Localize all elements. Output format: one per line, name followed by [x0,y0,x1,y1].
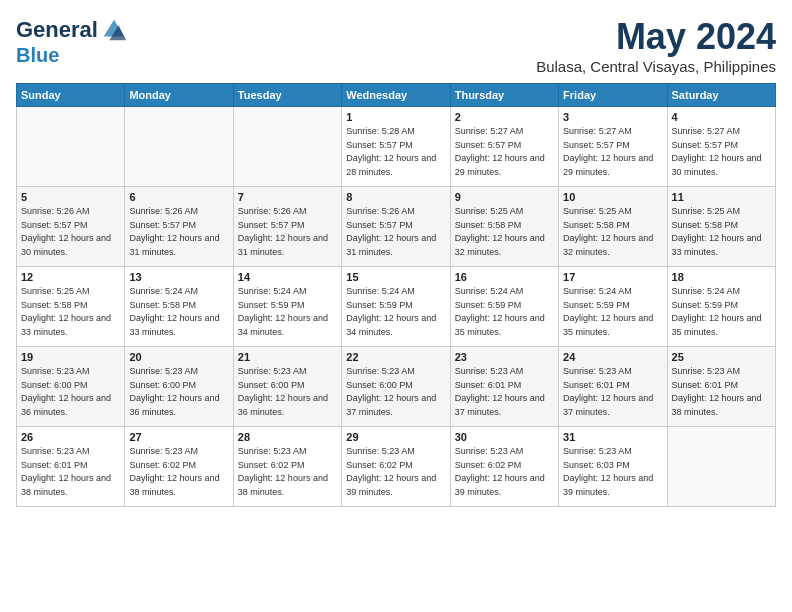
calendar-header-row: SundayMondayTuesdayWednesdayThursdayFrid… [17,84,776,107]
day-number: 23 [455,351,554,363]
day-info: Sunrise: 5:23 AMSunset: 6:01 PMDaylight:… [672,365,771,419]
day-number: 11 [672,191,771,203]
calendar-cell: 7Sunrise: 5:26 AMSunset: 5:57 PMDaylight… [233,187,341,267]
day-number: 19 [21,351,120,363]
calendar-cell: 17Sunrise: 5:24 AMSunset: 5:59 PMDayligh… [559,267,667,347]
logo-text-general: General [16,18,98,42]
day-number: 26 [21,431,120,443]
calendar-cell: 10Sunrise: 5:25 AMSunset: 5:58 PMDayligh… [559,187,667,267]
day-number: 10 [563,191,662,203]
calendar-cell: 16Sunrise: 5:24 AMSunset: 5:59 PMDayligh… [450,267,558,347]
day-info: Sunrise: 5:23 AMSunset: 6:02 PMDaylight:… [129,445,228,499]
location-title: Bulasa, Central Visayas, Philippines [536,58,776,75]
calendar-cell: 3Sunrise: 5:27 AMSunset: 5:57 PMDaylight… [559,107,667,187]
day-info: Sunrise: 5:28 AMSunset: 5:57 PMDaylight:… [346,125,445,179]
calendar-week-0: 1Sunrise: 5:28 AMSunset: 5:57 PMDaylight… [17,107,776,187]
calendar-cell: 28Sunrise: 5:23 AMSunset: 6:02 PMDayligh… [233,427,341,507]
day-number: 14 [238,271,337,283]
day-info: Sunrise: 5:24 AMSunset: 5:59 PMDaylight:… [346,285,445,339]
header-thursday: Thursday [450,84,558,107]
calendar-cell: 31Sunrise: 5:23 AMSunset: 6:03 PMDayligh… [559,427,667,507]
day-number: 21 [238,351,337,363]
day-info: Sunrise: 5:27 AMSunset: 5:57 PMDaylight:… [563,125,662,179]
day-number: 9 [455,191,554,203]
header-tuesday: Tuesday [233,84,341,107]
calendar-cell: 22Sunrise: 5:23 AMSunset: 6:00 PMDayligh… [342,347,450,427]
day-number: 16 [455,271,554,283]
day-number: 28 [238,431,337,443]
day-info: Sunrise: 5:23 AMSunset: 6:00 PMDaylight:… [346,365,445,419]
day-info: Sunrise: 5:24 AMSunset: 5:59 PMDaylight:… [672,285,771,339]
day-info: Sunrise: 5:24 AMSunset: 5:59 PMDaylight:… [563,285,662,339]
day-number: 8 [346,191,445,203]
day-info: Sunrise: 5:26 AMSunset: 5:57 PMDaylight:… [238,205,337,259]
calendar-cell [125,107,233,187]
day-info: Sunrise: 5:23 AMSunset: 6:03 PMDaylight:… [563,445,662,499]
day-number: 2 [455,111,554,123]
day-number: 18 [672,271,771,283]
calendar-cell: 6Sunrise: 5:26 AMSunset: 5:57 PMDaylight… [125,187,233,267]
calendar-cell: 5Sunrise: 5:26 AMSunset: 5:57 PMDaylight… [17,187,125,267]
day-info: Sunrise: 5:26 AMSunset: 5:57 PMDaylight:… [346,205,445,259]
calendar-cell: 26Sunrise: 5:23 AMSunset: 6:01 PMDayligh… [17,427,125,507]
day-info: Sunrise: 5:25 AMSunset: 5:58 PMDaylight:… [563,205,662,259]
calendar-cell: 20Sunrise: 5:23 AMSunset: 6:00 PMDayligh… [125,347,233,427]
logo-icon [100,16,128,44]
day-info: Sunrise: 5:24 AMSunset: 5:58 PMDaylight:… [129,285,228,339]
day-info: Sunrise: 5:23 AMSunset: 6:02 PMDaylight:… [346,445,445,499]
month-title: May 2024 [536,16,776,58]
calendar-cell [233,107,341,187]
day-number: 17 [563,271,662,283]
title-section: May 2024 Bulasa, Central Visayas, Philip… [536,16,776,75]
day-info: Sunrise: 5:23 AMSunset: 6:01 PMDaylight:… [563,365,662,419]
calendar-cell: 21Sunrise: 5:23 AMSunset: 6:00 PMDayligh… [233,347,341,427]
calendar-cell: 4Sunrise: 5:27 AMSunset: 5:57 PMDaylight… [667,107,775,187]
day-info: Sunrise: 5:26 AMSunset: 5:57 PMDaylight:… [129,205,228,259]
calendar-cell: 13Sunrise: 5:24 AMSunset: 5:58 PMDayligh… [125,267,233,347]
calendar-cell: 8Sunrise: 5:26 AMSunset: 5:57 PMDaylight… [342,187,450,267]
day-info: Sunrise: 5:24 AMSunset: 5:59 PMDaylight:… [238,285,337,339]
day-number: 30 [455,431,554,443]
calendar-cell [17,107,125,187]
calendar-table: SundayMondayTuesdayWednesdayThursdayFrid… [16,83,776,507]
day-info: Sunrise: 5:23 AMSunset: 6:01 PMDaylight:… [455,365,554,419]
day-number: 12 [21,271,120,283]
day-number: 13 [129,271,228,283]
calendar-cell: 27Sunrise: 5:23 AMSunset: 6:02 PMDayligh… [125,427,233,507]
header-monday: Monday [125,84,233,107]
calendar-cell: 19Sunrise: 5:23 AMSunset: 6:00 PMDayligh… [17,347,125,427]
day-number: 29 [346,431,445,443]
calendar-cell: 1Sunrise: 5:28 AMSunset: 5:57 PMDaylight… [342,107,450,187]
day-info: Sunrise: 5:25 AMSunset: 5:58 PMDaylight:… [21,285,120,339]
day-number: 20 [129,351,228,363]
day-info: Sunrise: 5:24 AMSunset: 5:59 PMDaylight:… [455,285,554,339]
header-wednesday: Wednesday [342,84,450,107]
day-info: Sunrise: 5:25 AMSunset: 5:58 PMDaylight:… [672,205,771,259]
calendar-cell: 18Sunrise: 5:24 AMSunset: 5:59 PMDayligh… [667,267,775,347]
day-info: Sunrise: 5:25 AMSunset: 5:58 PMDaylight:… [455,205,554,259]
day-number: 15 [346,271,445,283]
day-number: 7 [238,191,337,203]
calendar-cell: 23Sunrise: 5:23 AMSunset: 6:01 PMDayligh… [450,347,558,427]
calendar-cell: 11Sunrise: 5:25 AMSunset: 5:58 PMDayligh… [667,187,775,267]
day-info: Sunrise: 5:23 AMSunset: 6:01 PMDaylight:… [21,445,120,499]
day-number: 6 [129,191,228,203]
calendar-cell: 14Sunrise: 5:24 AMSunset: 5:59 PMDayligh… [233,267,341,347]
header-sunday: Sunday [17,84,125,107]
calendar-cell: 24Sunrise: 5:23 AMSunset: 6:01 PMDayligh… [559,347,667,427]
calendar-cell: 12Sunrise: 5:25 AMSunset: 5:58 PMDayligh… [17,267,125,347]
day-info: Sunrise: 5:23 AMSunset: 6:02 PMDaylight:… [238,445,337,499]
day-info: Sunrise: 5:23 AMSunset: 6:00 PMDaylight:… [238,365,337,419]
page-header: General Blue May 2024 Bulasa, Central Vi… [16,16,776,75]
day-number: 24 [563,351,662,363]
day-number: 22 [346,351,445,363]
calendar-cell [667,427,775,507]
calendar-week-1: 5Sunrise: 5:26 AMSunset: 5:57 PMDaylight… [17,187,776,267]
day-info: Sunrise: 5:26 AMSunset: 5:57 PMDaylight:… [21,205,120,259]
day-number: 27 [129,431,228,443]
calendar-cell: 29Sunrise: 5:23 AMSunset: 6:02 PMDayligh… [342,427,450,507]
day-number: 31 [563,431,662,443]
logo: General Blue [16,16,128,66]
day-number: 4 [672,111,771,123]
calendar-cell: 9Sunrise: 5:25 AMSunset: 5:58 PMDaylight… [450,187,558,267]
